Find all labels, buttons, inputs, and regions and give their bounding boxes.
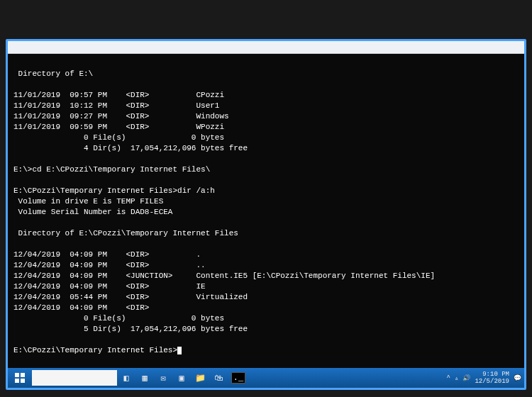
clock-date[interactable]: 12/5/2019	[475, 378, 509, 385]
windows-icon	[15, 373, 25, 383]
taskbar[interactable]: ◧ ▦ ✉ ▣ 📁 🛍 ._ ^ ▵ 🔊 9:10 PM 12/5/2019 💬	[8, 368, 524, 388]
svg-rect-0	[15, 373, 19, 377]
dir-header: Directory of E:\	[13, 69, 93, 78]
dir-entry: 12/04/2019 05:44 PM <DIR> Virtualized	[13, 293, 248, 301]
network-icon[interactable]: ▵	[455, 374, 458, 382]
volume-serial: Volume Serial Number is DAD8-ECEA	[13, 208, 172, 216]
explorer-icon[interactable]: 📁	[194, 372, 206, 384]
dir-entry: 12/04/2019 04:09 PM <DIR> ..	[13, 261, 206, 269]
svg-rect-2	[15, 379, 19, 383]
svg-rect-1	[21, 373, 25, 377]
command-prompt-output[interactable]: Directory of E:\ 11/01/2019 09:57 PM <DI…	[8, 54, 524, 368]
clock-time[interactable]: 9:10 PM	[475, 371, 509, 378]
mail-icon[interactable]: ✉	[157, 372, 169, 384]
volume-icon[interactable]: 🔊	[462, 374, 470, 382]
store-icon[interactable]: 🛍	[213, 372, 224, 384]
dir-header: Directory of E:\CPozzi\Temporary Interne…	[13, 229, 238, 237]
dir-entry: 11/01/2019 09:59 PM <DIR> WPozzi	[13, 123, 224, 131]
summary-files: 0 File(s) 0 bytes	[13, 133, 224, 142]
system-tray[interactable]: ^ ▵ 🔊 9:10 PM 12/5/2019 💬	[447, 371, 521, 385]
summary-files: 0 File(s) 0 bytes	[13, 314, 224, 323]
dir-entry: 12/04/2019 04:09 PM <JUNCTION> Content.I…	[13, 272, 435, 280]
cursor-icon	[177, 347, 182, 354]
dir-entry: 11/01/2019 10:12 PM <DIR> User1	[13, 101, 219, 110]
window-titlebar[interactable]	[8, 41, 524, 54]
summary-dirs: 4 Dir(s) 17,054,212,096 bytes free	[13, 144, 248, 152]
svg-rect-3	[21, 379, 25, 383]
dir-entry: 11/01/2019 09:57 PM <DIR> CPozzi	[13, 91, 224, 99]
start-button[interactable]	[14, 372, 26, 384]
cmd-icon[interactable]: ._	[231, 372, 245, 384]
dir-entry: 12/04/2019 04:09 PM <DIR> .	[13, 250, 201, 259]
prompt[interactable]: E:\CPozzi\Temporary Internet Files>	[13, 346, 177, 354]
app-icon[interactable]: ▦	[139, 372, 150, 384]
command-line: E:\>cd E:\CPozzi\Temporary Internet File…	[13, 165, 210, 174]
command-line: E:\CPozzi\Temporary Internet Files>dir /…	[13, 186, 215, 195]
search-input[interactable]	[32, 370, 117, 386]
monitor: Directory of E:\ 11/01/2019 09:57 PM <DI…	[6, 39, 526, 390]
task-view-icon[interactable]: ◧	[121, 372, 132, 384]
app-icon[interactable]: ▣	[176, 372, 187, 384]
volume-label: Volume in drive E is TEMP FILES	[13, 197, 163, 206]
dir-entry: 12/04/2019 04:09 PM <DIR>	[13, 303, 149, 312]
notification-icon[interactable]: 💬	[514, 374, 521, 382]
summary-dirs: 5 Dir(s) 17,054,212,096 bytes free	[13, 325, 248, 333]
chevron-up-icon[interactable]: ^	[447, 374, 450, 381]
dir-entry: 11/01/2019 09:27 PM <DIR> Windows	[13, 112, 229, 121]
dir-entry: 12/04/2019 04:09 PM <DIR> IE	[13, 282, 206, 291]
